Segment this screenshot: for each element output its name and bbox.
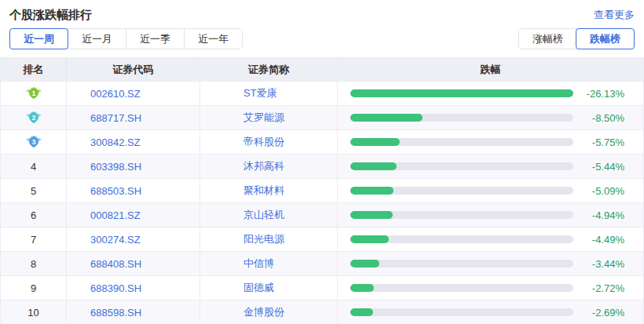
stock-code-link[interactable]: 688717.SH xyxy=(67,106,200,129)
period-tab-group: 近一周近一月近一季近一年 xyxy=(9,28,243,49)
bar-fill xyxy=(350,260,379,268)
change-cell: -26.13% xyxy=(338,82,643,105)
stock-name-link[interactable]: 聚和材料 xyxy=(200,179,338,202)
change-cell: -5.09% xyxy=(338,179,643,202)
stock-name-link[interactable]: 京山轻机 xyxy=(200,203,338,227)
table-row: 6 000821.SZ 京山轻机 -4.94% xyxy=(1,203,643,228)
column-header-change: 跌幅 xyxy=(338,58,643,82)
table-row: 3 300842.SZ 帝科股份 -5.75% xyxy=(1,130,643,155)
ranking-table: 排名 证券代码 证券简称 跌幅 1 002610.SZ ST爱康 -26.13%… xyxy=(0,57,644,324)
stock-code-link[interactable]: 688503.SH xyxy=(67,179,200,202)
change-percent: -3.44% xyxy=(573,258,643,270)
change-cell: -4.49% xyxy=(338,228,643,251)
column-header-code: 证券代码 xyxy=(67,58,200,82)
stock-code-link[interactable]: 300274.SZ xyxy=(67,228,200,251)
bar-fill xyxy=(350,284,374,292)
stock-name-link[interactable]: 艾罗能源 xyxy=(200,106,338,129)
change-percent: -2.72% xyxy=(573,282,643,294)
rank-cell: 2 xyxy=(1,106,67,129)
rank-1-medal-icon: 1 xyxy=(25,85,42,102)
bar-fill xyxy=(350,89,573,97)
table-row: 7 300274.SZ 阳光电源 -4.49% xyxy=(1,228,643,252)
rank-cell: 3 xyxy=(1,130,67,154)
change-cell: -5.75% xyxy=(338,130,643,154)
change-percent: -5.09% xyxy=(573,185,643,197)
bar-track xyxy=(350,138,573,146)
rank-cell: 7 xyxy=(1,228,67,251)
change-percent: -4.94% xyxy=(573,209,643,221)
bar-track xyxy=(350,114,573,122)
table-row: 1 002610.SZ ST爱康 -26.13% xyxy=(1,82,643,106)
stock-name-link[interactable]: 固德威 xyxy=(200,276,338,300)
svg-text:3: 3 xyxy=(31,138,35,146)
bar-track xyxy=(350,211,573,219)
svg-text:2: 2 xyxy=(31,114,35,122)
bar-track xyxy=(350,89,573,97)
table-header-row: 排名 证券代码 证券简称 跌幅 xyxy=(1,58,643,82)
column-header-name: 证券简称 xyxy=(200,58,338,82)
stock-code-link[interactable]: 300842.SZ xyxy=(67,130,200,154)
widget-header: 个股涨跌幅排行 查看更多 xyxy=(0,0,644,23)
board-tab-losers[interactable]: 跌幅榜 xyxy=(576,28,635,49)
bar-track xyxy=(350,308,573,316)
rank-2-medal-icon: 2 xyxy=(25,109,42,126)
change-percent: -26.13% xyxy=(573,88,643,100)
rank-cell: 10 xyxy=(1,300,67,324)
change-percent: -8.50% xyxy=(573,112,643,124)
page-title: 个股涨跌幅排行 xyxy=(9,8,92,23)
bar-fill xyxy=(350,235,389,243)
bar-track xyxy=(350,260,573,268)
stock-name-link[interactable]: ST爱康 xyxy=(200,82,338,105)
view-more-link[interactable]: 查看更多 xyxy=(594,8,635,22)
bar-fill xyxy=(350,138,400,146)
period-tab-0[interactable]: 近一周 xyxy=(9,28,68,49)
rank-cell: 4 xyxy=(1,155,67,178)
change-percent: -4.49% xyxy=(573,234,643,246)
board-tab-gainers[interactable]: 涨幅榜 xyxy=(519,29,576,49)
svg-text:1: 1 xyxy=(31,89,35,97)
bar-fill xyxy=(350,308,373,316)
bar-fill xyxy=(350,211,393,219)
bar-track xyxy=(350,162,573,170)
table-row: 10 688598.SH 金博股份 -2.69% xyxy=(1,300,643,324)
stock-name-link[interactable]: 中信博 xyxy=(200,252,338,275)
period-tab-3[interactable]: 近一年 xyxy=(184,29,242,49)
period-tab-2[interactable]: 近一季 xyxy=(126,29,184,49)
rank-cell: 5 xyxy=(1,179,67,202)
stock-name-link[interactable]: 帝科股份 xyxy=(200,130,338,154)
stock-name-link[interactable]: 阳光电源 xyxy=(200,228,338,251)
table-row: 4 603398.SH 沐邦高科 -5.44% xyxy=(1,155,643,179)
bar-fill xyxy=(350,187,393,195)
stock-name-link[interactable]: 金博股份 xyxy=(200,300,338,324)
controls-row: 近一周近一月近一季近一年 涨幅榜跌幅榜 xyxy=(9,28,635,49)
bar-track xyxy=(350,284,573,292)
rank-cell: 8 xyxy=(1,252,67,275)
stock-code-link[interactable]: 002610.SZ xyxy=(67,82,200,105)
change-cell: -2.69% xyxy=(338,300,643,324)
change-percent: -5.44% xyxy=(573,161,643,173)
period-tab-1[interactable]: 近一月 xyxy=(68,29,126,49)
stock-code-link[interactable]: 688408.SH xyxy=(67,252,200,275)
table-row: 9 688390.SH 固德威 -2.72% xyxy=(1,276,643,300)
change-percent: -2.69% xyxy=(573,307,643,319)
table-row: 8 688408.SH 中信博 -3.44% xyxy=(1,252,643,276)
board-tab-group: 涨幅榜跌幅榜 xyxy=(518,28,635,49)
change-percent: -5.75% xyxy=(573,137,643,148)
change-cell: -5.44% xyxy=(338,155,643,178)
change-cell: -4.94% xyxy=(338,203,643,227)
stock-code-link[interactable]: 688390.SH xyxy=(67,276,200,300)
rank-cell: 6 xyxy=(1,203,67,227)
bar-fill xyxy=(350,162,397,170)
stock-ranking-widget: 个股涨跌幅排行 查看更多 近一周近一月近一季近一年 涨幅榜跌幅榜 排名 证券代码… xyxy=(0,0,644,324)
column-header-rank: 排名 xyxy=(1,58,67,82)
rank-cell: 9 xyxy=(1,276,67,300)
stock-name-link[interactable]: 沐邦高科 xyxy=(200,155,338,178)
bar-track xyxy=(350,235,573,243)
table-row: 5 688503.SH 聚和材料 -5.09% xyxy=(1,179,643,203)
stock-code-link[interactable]: 688598.SH xyxy=(67,300,200,324)
table-body: 1 002610.SZ ST爱康 -26.13% 2 688717.SH 艾罗能… xyxy=(1,82,643,324)
stock-code-link[interactable]: 603398.SH xyxy=(67,155,200,178)
stock-code-link[interactable]: 000821.SZ xyxy=(67,203,200,227)
rank-cell: 1 xyxy=(1,82,67,105)
rank-3-medal-icon: 3 xyxy=(25,133,42,151)
